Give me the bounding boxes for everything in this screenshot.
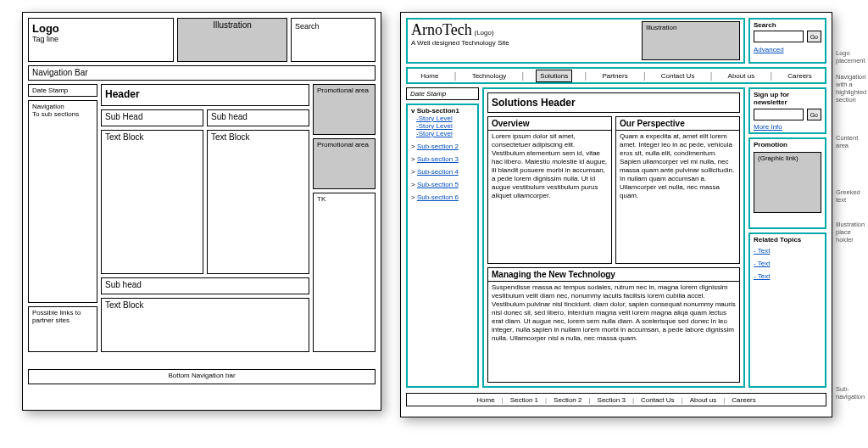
newsletter-go-button[interactable]: Go xyxy=(807,109,821,120)
nav-item-about-us[interactable]: About us xyxy=(725,70,759,81)
brand-note: (Logo) xyxy=(475,29,494,36)
tagline: A Well designed Technology Site xyxy=(411,39,638,47)
brand-name: ArnoTech xyxy=(411,21,472,38)
search-label: Search xyxy=(754,21,821,29)
bottom-navigation[interactable]: Home|Section 1|Section 2|Section 3|Conta… xyxy=(406,393,826,406)
promotional-area-2[interactable]: Promotional area xyxy=(313,138,376,189)
illustration-placeholder: Illustration xyxy=(177,18,287,62)
content-area: Solutions Header Overview Lorem ipsum do… xyxy=(482,87,745,388)
nav-item-contact-us[interactable]: Contact Us xyxy=(658,70,698,81)
story-level-link[interactable]: -Story Level xyxy=(416,115,474,122)
date-stamp: Date Stamp xyxy=(406,87,479,100)
signup-title: Sign up for newsletter xyxy=(754,91,821,106)
solutions-header: Solutions Header xyxy=(487,92,740,113)
partner-links[interactable]: Possible links to partner sites xyxy=(28,306,97,352)
annotation-illus: Illustration place holder xyxy=(836,221,866,244)
bottom-nav-item[interactable]: Section 2 xyxy=(550,396,585,404)
navigation-bar[interactable]: Navigation Bar xyxy=(28,65,376,81)
related-topic-link[interactable]: - Text xyxy=(754,247,821,255)
main-navigation: Home|Technology|Solutions|Partners|Conta… xyxy=(406,67,826,84)
annotation-nav: Navigation with a highlighted section xyxy=(836,73,866,104)
illustration-placeholder: Illustration xyxy=(642,21,740,60)
nav-item-partners[interactable]: Partners xyxy=(598,70,631,81)
logo-title: Logo xyxy=(32,22,170,35)
generic-wireframe: Logo Tag line Illustration Search Naviga… xyxy=(22,12,381,411)
current-subsection[interactable]: v Sub-section1 xyxy=(411,107,474,115)
promotion-area: Promotion (Graphic link) xyxy=(748,137,826,229)
nav-item-home[interactable]: Home xyxy=(417,70,442,81)
page-header: Header xyxy=(101,84,309,106)
tk-area: TK xyxy=(313,193,376,352)
promotional-area-1[interactable]: Promotional area xyxy=(313,84,376,135)
sub-head-2: Sub head xyxy=(207,109,309,126)
subsection-link[interactable]: > Sub-section 6 xyxy=(411,193,474,201)
bottom-nav-item[interactable]: Section 1 xyxy=(507,396,542,404)
subsection-link[interactable]: > Sub-section 4 xyxy=(411,168,474,176)
story-level-link[interactable]: -Story Level xyxy=(416,122,474,130)
sub-head-3: Sub head xyxy=(101,277,309,294)
related-title: Related Topics xyxy=(754,236,821,244)
sub-navigation: v Sub-section1 -Story Level-Story Level-… xyxy=(406,104,479,388)
annotation-subnav: Sub-navigation xyxy=(836,385,868,400)
bottom-navigation-bar[interactable]: Bottom Navigation bar xyxy=(28,369,376,384)
bottom-nav-item[interactable]: About us xyxy=(687,396,721,404)
related-topics: Related Topics - Text- Text- Text xyxy=(748,232,826,388)
perspective-title: Our Perspective xyxy=(616,117,739,131)
logo-block: Logo Tag line xyxy=(28,18,174,62)
nav-item-careers[interactable]: Careers xyxy=(784,70,815,81)
bottom-nav-item[interactable]: Contact Us xyxy=(637,396,678,404)
subsection-link[interactable]: > Sub-section 2 xyxy=(411,143,474,150)
detailed-wireframe: ArnoTech (Logo) A Well designed Technolo… xyxy=(400,12,832,417)
logo-area: ArnoTech (Logo) A Well designed Technolo… xyxy=(406,18,745,64)
nav-item-solutions[interactable]: Solutions xyxy=(536,70,572,82)
bottom-nav-item[interactable]: Home xyxy=(473,396,498,404)
annotation-logo: Logo placement xyxy=(836,49,868,64)
text-block-3: Text Block xyxy=(101,298,309,352)
search-block: Search xyxy=(291,18,376,62)
more-info-link[interactable]: More Info xyxy=(754,123,782,131)
related-topic-link[interactable]: - Text xyxy=(754,272,821,280)
story-level-link[interactable]: -Story Level xyxy=(416,130,474,137)
managing-body: Suspendisse massa ac tempus sodales, rut… xyxy=(488,282,739,382)
annotation-greeked: Greeked text xyxy=(836,188,868,204)
bottom-nav-item[interactable]: Careers xyxy=(728,396,759,404)
graphic-link-placeholder[interactable]: (Graphic link) xyxy=(754,152,821,213)
overview-body: Lorem ipsum dolor sit amet, consectetuer… xyxy=(488,131,611,263)
related-topic-link[interactable]: - Text xyxy=(754,260,821,267)
overview-title: Overview xyxy=(488,117,611,131)
newsletter-email-input[interactable] xyxy=(754,109,804,120)
sub-head-1: Sub Head xyxy=(101,109,203,126)
logo-tagline: Tag line xyxy=(32,35,170,43)
search-label: Search xyxy=(295,22,371,31)
perspective-body: Quam a expedita at, amet elit lorem amet… xyxy=(616,131,739,263)
managing-title: Managing the New Technology xyxy=(488,268,739,282)
subsection-link[interactable]: > Sub-section 5 xyxy=(411,181,474,188)
date-stamp: Date Stamp xyxy=(28,84,97,97)
promotion-title: Promotion xyxy=(754,141,821,148)
annotation-content: Content area xyxy=(836,134,868,149)
text-block-1: Text Block xyxy=(101,130,203,274)
newsletter-signup: Sign up for newsletter Go More Info xyxy=(748,87,826,134)
nav-item-technology[interactable]: Technology xyxy=(469,70,509,81)
subsection-link[interactable]: > Sub-section 3 xyxy=(411,155,474,163)
search-area: Search Go Advanced xyxy=(748,18,826,64)
text-block-2: Text Block xyxy=(207,130,309,274)
advanced-link[interactable]: Advanced xyxy=(754,46,784,53)
sub-navigation[interactable]: Navigation To sub sections xyxy=(28,100,97,303)
search-input[interactable] xyxy=(754,31,804,42)
bottom-nav-item[interactable]: Section 3 xyxy=(594,396,629,404)
search-go-button[interactable]: Go xyxy=(807,31,821,42)
